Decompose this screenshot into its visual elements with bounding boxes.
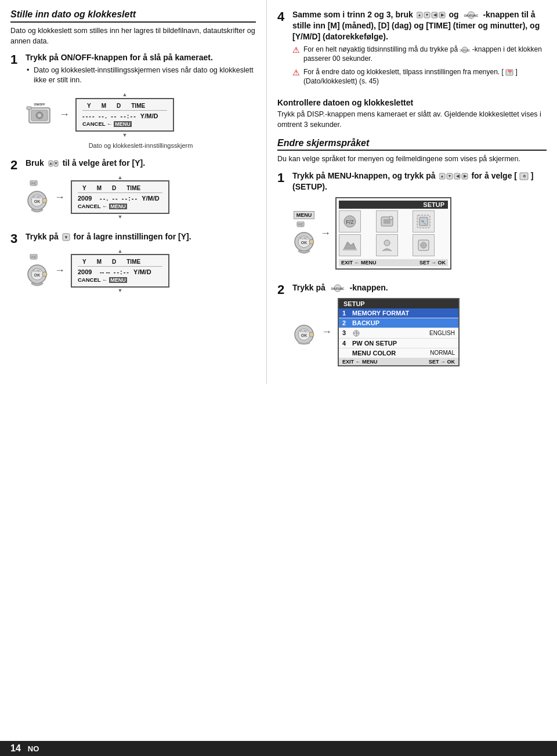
svg-text:F/Z: F/Z [346, 219, 354, 225]
step2-ctrl: F/Z OK FUNC ⚡ [26, 180, 49, 214]
svg-text:▼: ▼ [425, 13, 429, 17]
svg-text:ON/OFF: ON/OFF [34, 103, 45, 106]
svg-text:◀: ◀ [432, 13, 436, 17]
arrow-right-2: → [55, 191, 65, 203]
svg-text:OK: OK [34, 273, 41, 277]
svg-text:⚡: ⚡ [43, 199, 48, 203]
up-down-arrow-icon: ▲ ▼ [48, 159, 59, 168]
step1-cancel: CANCEL ← MENU [82, 121, 167, 127]
svg-text:⚡: ⚡ [310, 333, 314, 337]
step4-content: Samme som i trinn 2 og 3, bruk ▲ ▼ ◀ ▶ o… [292, 9, 547, 90]
svg-text:⚡: ⚡ [43, 272, 48, 277]
ok-func-small-icon: OK/FUNC [460, 46, 470, 53]
step2-r-ctrl: OK FUNC ⚡ [292, 319, 316, 345]
note1: ⚠ For en helt nøyaktig tidsinnstilling m… [292, 45, 547, 63]
svg-text:FUNC: FUNC [33, 269, 41, 272]
setup-screen-wrap: MENU F/Z OK FUNC ⚡ [292, 197, 547, 270]
step2-content: Bruk ▲ ▼ til å velge året for [Y]. [26, 158, 256, 223]
date-menu-icon: 📅 [505, 69, 513, 76]
setup-list-row-5: MENU COLOR NORMAL [339, 348, 458, 358]
step1-content: Trykk på ON/OFF-knappen for å slå på kam… [26, 52, 256, 150]
step3-cam-screen: Y M D TIME 2009 -- -- --:-- Y/M/D [71, 254, 169, 288]
kontrollere-title: Kontrollere datoen og klokkeslettet [277, 98, 547, 107]
step2-cam-screen: Y M D TIME 2009 --. -- --:-- Y/M/D [71, 180, 169, 214]
ctrl-icon-setup: F/Z OK FUNC ⚡ [292, 221, 316, 255]
svg-point-64 [389, 216, 393, 220]
svg-text:▼: ▼ [54, 161, 58, 165]
ctrl-icon-3: F/Z OK FUNC ⚡ [26, 254, 49, 288]
ok-func-icon: OK/FUNC [462, 11, 480, 19]
step4: 4 Samme som i trinn 2 og 3, bruk ▲ ▼ ◀ [277, 9, 547, 90]
up-down-lr-icon: ▲ ▼ ◀ ▶ [417, 11, 446, 19]
arrow-right-1: → [59, 108, 70, 121]
step1-title: Trykk på ON/OFF-knappen for å slå på kam… [26, 52, 256, 63]
svg-text:FUNC: FUNC [300, 329, 308, 333]
right-column: 4 Samme som i trinn 2 og 3, bruk ▲ ▼ ◀ [267, 0, 557, 384]
step3-title: Trykk på ▼ for å lagre innstillingen for… [26, 231, 256, 242]
section-title: Stille inn dato og klokkeslett [10, 9, 256, 23]
setup-screen-footer: EXIT ← MENU SET → OK [339, 259, 448, 266]
right-step2: 2 Trykk på OK/FUNC -knappen. [277, 282, 547, 366]
setup-title-bar: SETUP [339, 201, 448, 209]
setup-item-1: F/Z [339, 210, 361, 232]
setup-grid-screen: SETUP F/Z 🔧 [335, 197, 451, 270]
setup-list-row-4: 4 PW ON SETUP [339, 339, 458, 348]
step1: 1 Trykk på ON/OFF-knappen for å slå på k… [10, 52, 256, 150]
page-number: 14 [10, 743, 21, 754]
svg-text:▼: ▼ [447, 174, 451, 178]
setup-list-footer: EXIT ← MENU SET → OK [339, 358, 458, 365]
right-step1: 1 Trykk på MENU-knappen, og trykk på ▲ ▼… [277, 170, 547, 274]
step3: 3 Trykk på ▼ for å lagre innstillingen f… [10, 231, 256, 297]
down-btn-icon: ▼ [62, 233, 70, 241]
right-step1-title: Trykk på MENU-knappen, og trykk på ▲ ▼ ◀… [292, 170, 547, 192]
svg-text:📅: 📅 [508, 70, 512, 75]
arrow-right-setup: → [320, 227, 331, 239]
step3-ctrl: F/Z OK FUNC ⚡ [26, 254, 49, 288]
step3-num: 3 [10, 231, 22, 246]
right-step2-content: Trykk på OK/FUNC -knappen. [292, 282, 547, 366]
right-step2-num: 2 [277, 282, 289, 297]
svg-text:OK/FUNC: OK/FUNC [464, 14, 478, 17]
setup-list-row-3: 3 ENGLISH [339, 328, 458, 339]
menu-label: MENU [294, 211, 315, 219]
note1-text: For en helt nøyaktig tidsinnstilling må … [303, 45, 547, 63]
list-exit-label: EXIT ← MENU [342, 359, 378, 365]
page-number-bar: 14 NO [0, 741, 557, 756]
step1-screen-wrap: ON/OFF → ▲ Y M D [26, 92, 256, 138]
page-container: Stille inn dato og klokkeslett Dato og k… [0, 0, 557, 756]
step3-content: Trykk på ▼ for å lagre innstillingen for… [26, 231, 256, 297]
step2-title: Bruk ▲ ▼ til å velge året for [Y]. [26, 158, 256, 169]
svg-text:🔧: 🔧 [421, 219, 426, 225]
setup-list-screen: SETUP 1 MEMORY FORMAT 2 BACKUP 3 [338, 298, 460, 366]
setup-exit-label: EXIT ← MENU [341, 260, 377, 266]
setup-icon: ⚙ [519, 172, 529, 180]
svg-text:F/Z: F/Z [31, 181, 36, 185]
setup-item-6 [413, 234, 435, 256]
page-language: NO [28, 744, 39, 753]
endre-section: Endre skjermspråket Du kan velge språket… [277, 138, 547, 165]
step2: 2 Bruk ▲ ▼ til å velge året for [Y]. [10, 158, 256, 223]
endre-text: Du kan velge språket for menyen og feilm… [277, 154, 547, 165]
right-step2-title: Trykk på OK/FUNC -knappen. [292, 282, 547, 293]
ctrl-icon-step2r: OK FUNC ⚡ [292, 319, 316, 345]
kontrollere-section: Kontrollere datoen og klokkeslettet Tryk… [277, 98, 547, 130]
svg-text:FUNC: FUNC [33, 195, 41, 199]
svg-text:▼: ▼ [64, 235, 68, 240]
svg-text:OK: OK [301, 333, 308, 337]
svg-text:OK: OK [301, 241, 308, 245]
step1-num: 1 [10, 52, 22, 67]
left-column: Stille inn dato og klokkeslett Dato og k… [0, 0, 267, 384]
svg-point-72 [422, 244, 425, 246]
svg-text:▲: ▲ [49, 161, 53, 165]
step2-screen-wrap: F/Z OK FUNC ⚡ [26, 175, 256, 220]
svg-text:▲: ▲ [417, 13, 421, 17]
up-down-lr-icon-2: ▲ ▼ ◀ ▶ [439, 172, 468, 180]
setup-menu-grid: F/Z 🔧 [339, 210, 448, 256]
svg-text:F/Z: F/Z [298, 223, 303, 226]
right-step1-num: 1 [277, 170, 289, 186]
svg-text:F/Z: F/Z [31, 255, 36, 259]
svg-text:OK: OK [34, 199, 41, 203]
step3-screen-wrap: F/Z OK FUNC ⚡ → [26, 248, 256, 293]
setup-list-row-2: 2 BACKUP [339, 318, 458, 328]
setup-list-row-1: 1 MEMORY FORMAT [339, 308, 458, 318]
